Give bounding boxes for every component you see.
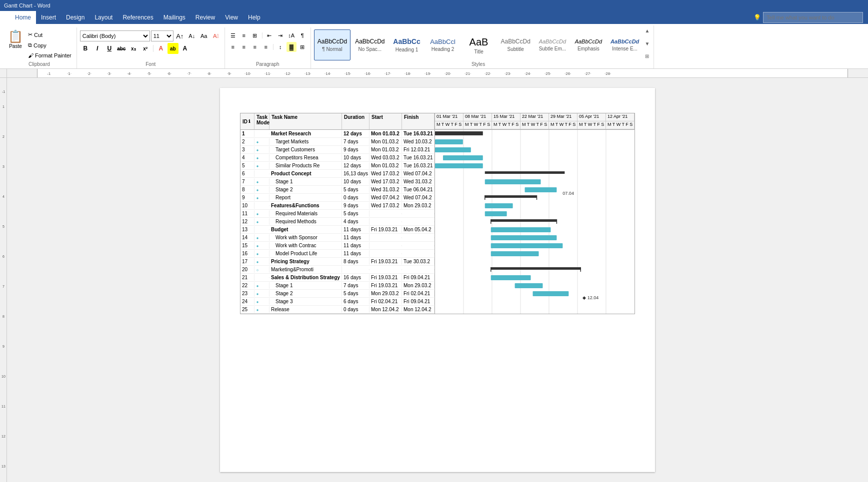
styles-expand[interactable]: ⊞ xyxy=(644,53,650,59)
style-title[interactable]: AaB Title xyxy=(462,29,496,60)
underline-button[interactable]: U xyxy=(104,43,115,54)
gantt-cell-name: Competitors Resea xyxy=(270,154,342,161)
line-spacing-button[interactable]: ↕ xyxy=(276,42,286,52)
menu-home[interactable]: Home xyxy=(10,11,36,24)
gantt-cell-start: Mon 01.03.2 xyxy=(370,162,402,169)
gantt-bar-budget-top xyxy=(491,219,557,222)
font-family-select[interactable]: Calibri (Body) xyxy=(80,30,150,41)
gantt-table: ID ℹ Task Mode Task Name Duration Start … xyxy=(240,113,635,314)
gantt-cell-finish: Mon 12.04.2 xyxy=(402,306,434,313)
gantt-cell-finish: Fri 09.04.21 xyxy=(402,274,434,281)
font-size-select[interactable]: 11 xyxy=(151,30,174,41)
clear-format-button[interactable]: A⃝ xyxy=(210,30,222,41)
menu-design[interactable]: Design xyxy=(61,11,90,24)
show-marks-button[interactable]: ¶ xyxy=(298,30,308,40)
gantt-cell-dur: 6 days xyxy=(342,298,370,305)
style-no-spacing[interactable]: AaBbCcDd No Spac... xyxy=(352,29,388,60)
gantt-cell-finish: Tue 30.03.2 xyxy=(402,258,434,265)
decrease-font-button[interactable]: A↓ xyxy=(186,30,198,41)
copy-button[interactable]: ⧉ Copy xyxy=(26,41,74,49)
styles-scroll-up[interactable]: ▲ xyxy=(644,28,650,33)
gantt-cell-name: Product Concept xyxy=(270,170,342,177)
menu-references[interactable]: References xyxy=(118,11,158,24)
style-heading1[interactable]: AaBbCc Heading 1 xyxy=(390,29,424,60)
gantt-bar-req-materials xyxy=(485,203,513,208)
styles-scroll-down[interactable]: ▼ xyxy=(644,41,650,46)
change-case-button[interactable]: Aa xyxy=(198,30,210,41)
svg-text:·9·: ·9· xyxy=(227,71,232,76)
subscript-button[interactable]: x₂ xyxy=(128,43,139,54)
table-row: 2 ⬥ Target Markets 7 days Mon 01.03.2 We… xyxy=(240,138,434,146)
strikethrough-button[interactable]: abc xyxy=(116,43,127,54)
align-center-button[interactable]: ≡ xyxy=(239,42,249,52)
gantt-cell-start: Wed 17.03.2 xyxy=(370,202,402,209)
svg-text:·4·: ·4· xyxy=(127,71,132,76)
style-subtitle[interactable]: AaBbCcDd Subtitle xyxy=(498,29,534,60)
gantt-cell-finish: Tue 06.04.21 xyxy=(402,186,434,193)
gantt-cell-name: Market Research xyxy=(270,130,342,137)
italic-button[interactable]: I xyxy=(92,43,103,54)
gantt-cell-mode: ⬥ xyxy=(254,162,270,169)
gantt-bar-target-markets xyxy=(435,139,463,144)
bold-button[interactable]: B xyxy=(80,43,91,54)
paste-label: Paste xyxy=(9,43,22,49)
search-area: 💡 xyxy=(748,11,868,24)
menu-help[interactable]: Help xyxy=(243,11,266,24)
font-group: Calibri (Body) 11 A↑ A↓ Aa A⃝ B I U abc … xyxy=(77,27,225,68)
multilevel-button[interactable]: ⊞ xyxy=(250,30,260,40)
decrease-indent-button[interactable]: ⇤ xyxy=(264,30,274,40)
style-subtitle-label: Subtitle xyxy=(508,46,524,52)
doc-area[interactable]: ID ℹ Task Mode Task Name Duration Start … xyxy=(7,78,868,482)
style-intense-e-label: Intense E... xyxy=(612,46,638,51)
align-left-button[interactable]: ≡ xyxy=(228,42,238,52)
paste-button[interactable]: 📋 Paste xyxy=(5,29,26,50)
gantt-cell-mode: ⬥ xyxy=(254,306,270,313)
bullets-button[interactable]: ☰ xyxy=(228,30,238,40)
gantt-cell-mode: ⬦ xyxy=(254,266,270,273)
style-normal[interactable]: AaBbCcDd ¶ Normal xyxy=(314,29,350,60)
gantt-cell-id: 15 xyxy=(240,242,254,249)
ruler-side-left xyxy=(0,69,7,77)
gantt-days-6: M T W T F S S xyxy=(578,121,606,129)
gantt-cell-name: Similar Products Re xyxy=(270,162,342,169)
numbering-button[interactable]: ≡ xyxy=(239,30,249,40)
svg-text:·19·: ·19· xyxy=(424,71,431,76)
style-intense-e[interactable]: AaBbCcDd Intense E... xyxy=(607,29,642,60)
svg-text:-1: -1 xyxy=(47,71,51,76)
increase-indent-button[interactable]: ⇥ xyxy=(276,30,286,40)
superscript-button[interactable]: x² xyxy=(140,43,151,54)
menu-insert[interactable]: Insert xyxy=(36,11,61,24)
font-color-button[interactable]: A xyxy=(180,43,190,54)
font-row-2: B I U abc x₂ x² A ab A xyxy=(80,43,190,54)
align-right-button[interactable]: ≡ xyxy=(250,42,260,52)
text-color-button[interactable]: A xyxy=(156,43,166,54)
style-subtle-em[interactable]: AaBbCcDd Subtle Em... xyxy=(535,29,570,60)
highlight-button[interactable]: ab xyxy=(168,43,178,54)
menu-file[interactable] xyxy=(0,11,10,24)
menu-view[interactable]: View xyxy=(220,11,243,24)
shading-button[interactable]: ▓ xyxy=(286,42,296,52)
cut-button[interactable]: ✂ Cut xyxy=(26,30,74,39)
gantt-cell-finish: Tue 16.03.21 xyxy=(402,154,434,161)
svg-text:3: 3 xyxy=(2,165,4,168)
style-heading2[interactable]: AaBbCcl Heading 2 xyxy=(426,29,460,60)
svg-text:·7·: ·7· xyxy=(187,71,192,76)
style-subtitle-preview: AaBbCcDd xyxy=(501,38,530,45)
sort-button[interactable]: ↕A xyxy=(286,30,296,40)
table-row: 12 ⬥ Required Methods 4 days xyxy=(240,218,434,226)
menu-mailings[interactable]: Mailings xyxy=(158,11,190,24)
borders-button[interactable]: ⊞ xyxy=(298,42,308,52)
justify-button[interactable]: ≡ xyxy=(261,42,271,52)
gantt-cell-dur: 0 days xyxy=(342,306,370,313)
svg-text:·1·: ·1· xyxy=(67,71,72,76)
menu-layout[interactable]: Layout xyxy=(90,11,118,24)
menu-review[interactable]: Review xyxy=(190,11,220,24)
style-emphasis[interactable]: AaBbCcDd Emphasis xyxy=(571,29,606,60)
search-input[interactable] xyxy=(763,12,863,23)
increase-font-button[interactable]: A↑ xyxy=(174,30,186,41)
gantt-cell-id: 8 xyxy=(240,186,254,193)
gantt-date-22mar: 22 Mar '21 xyxy=(520,113,549,121)
format-painter-button[interactable]: 🖌 Format Painter xyxy=(26,51,74,59)
gantt-bar-market-research xyxy=(435,131,483,135)
gantt-cell-id: 17 xyxy=(240,258,254,265)
